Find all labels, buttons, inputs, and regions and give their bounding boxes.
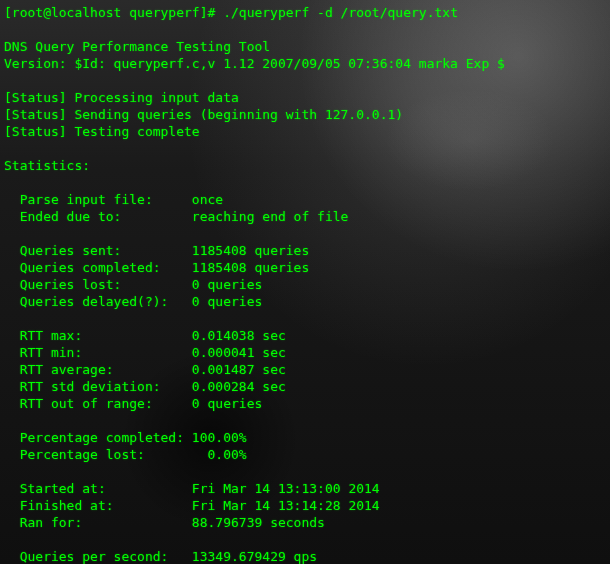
pad — [161, 379, 192, 394]
blank-line — [4, 72, 606, 89]
pad — [161, 260, 192, 275]
status-sending: [Status] Sending queries (beginning with… — [4, 106, 606, 123]
stat-rtt-oor: RTT out of range: 0 queries — [4, 395, 606, 412]
pad — [153, 192, 192, 207]
stat-pct-completed: Percentage completed: 100.00% — [4, 429, 606, 446]
prompt-prefix: [root@localhost queryperf]# — [4, 5, 223, 20]
pad — [168, 549, 191, 564]
stat-rtt-max: RTT max: 0.014038 sec — [4, 327, 606, 344]
pad — [114, 362, 192, 377]
pad — [106, 481, 192, 496]
blank-line — [4, 310, 606, 327]
stat-pct-lost: Percentage lost: 0.00% — [4, 446, 606, 463]
stat-lost: Queries lost: 0 queries — [4, 276, 606, 293]
pad — [121, 277, 191, 292]
pad — [82, 328, 192, 343]
pad — [184, 430, 192, 445]
pad — [153, 396, 192, 411]
status-processing: [Status] Processing input data — [4, 89, 606, 106]
terminal-output[interactable]: [root@localhost queryperf]# ./queryperf … — [0, 0, 610, 564]
stat-sent: Queries sent: 1185408 queries — [4, 242, 606, 259]
stat-started: Started at: Fri Mar 14 13:13:00 2014 — [4, 480, 606, 497]
blank-line — [4, 21, 606, 38]
stat-ran: Ran for: 88.796739 seconds — [4, 514, 606, 531]
stat-delayed: Queries delayed(?): 0 queries — [4, 293, 606, 310]
statistics-header: Statistics: — [4, 157, 606, 174]
prompt-line: [root@localhost queryperf]# ./queryperf … — [4, 4, 606, 21]
pad — [82, 515, 192, 530]
stat-rtt-std: RTT std deviation: 0.000284 sec — [4, 378, 606, 395]
pad — [121, 243, 191, 258]
pad — [121, 209, 191, 224]
blank-line — [4, 412, 606, 429]
pad — [114, 498, 192, 513]
tool-title: DNS Query Performance Testing Tool — [4, 38, 606, 55]
blank-line — [4, 463, 606, 480]
status-complete: [Status] Testing complete — [4, 123, 606, 140]
command-text: ./queryperf -d /root/query.txt — [223, 5, 458, 20]
blank-line — [4, 140, 606, 157]
stat-parse: Parse input file: once — [4, 191, 606, 208]
stat-rtt-min: RTT min: 0.000041 sec — [4, 344, 606, 361]
stat-completed: Queries completed: 1185408 queries — [4, 259, 606, 276]
blank-line — [4, 174, 606, 191]
stat-ended: Ended due to: reaching end of file — [4, 208, 606, 225]
pad — [168, 294, 191, 309]
pad — [82, 345, 192, 360]
tool-version: Version: $Id: queryperf.c,v 1.12 2007/09… — [4, 55, 606, 72]
pad — [145, 447, 192, 462]
stat-qps: Queries per second: 13349.679429 qps — [4, 548, 606, 564]
stat-finished: Finished at: Fri Mar 14 13:14:28 2014 — [4, 497, 606, 514]
blank-line — [4, 531, 606, 548]
stat-rtt-avg: RTT average: 0.001487 sec — [4, 361, 606, 378]
blank-line — [4, 225, 606, 242]
